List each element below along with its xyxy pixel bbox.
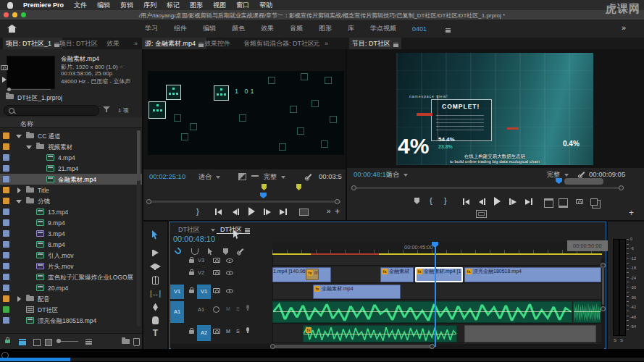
source-video-viewer[interactable]: 1 01: [148, 71, 344, 155]
expand-caret[interactable]: [16, 200, 22, 203]
label-chip[interactable]: [3, 317, 9, 324]
zoombar-left-handle[interactable]: [351, 185, 356, 190]
tree-item-3mp4[interactable]: 3.mp4: [0, 228, 142, 239]
drag-video-icon[interactable]: [238, 173, 246, 180]
solo-button[interactable]: S: [236, 329, 240, 334]
clip-finance-selected[interactable]: fx金融素材.mp4 [1: [415, 267, 463, 282]
expand-caret[interactable]: [26, 146, 32, 149]
label-chip[interactable]: [3, 274, 9, 280]
column-header-row[interactable]: 名称: [0, 117, 142, 128]
timeline-playhead[interactable]: [435, 242, 436, 347]
home-icon[interactable]: [7, 25, 17, 33]
track-v3-lane[interactable]: [272, 256, 602, 266]
filter-bin-icon[interactable]: [103, 106, 110, 112]
go-to-in-button[interactable]: [215, 209, 222, 215]
tree-item-20mp4[interactable]: 20.mp4: [0, 282, 142, 293]
zoom-slider-handle[interactable]: [57, 339, 61, 343]
razor-tool[interactable]: [149, 274, 162, 286]
left-tabs-overflow[interactable]: »: [131, 38, 141, 49]
tree-item-finance-clip-selected[interactable]: 金融素材.mp4: [0, 174, 142, 185]
drag-audio-icon[interactable]: [251, 175, 259, 177]
label-chip[interactable]: [3, 143, 9, 150]
tab-project-dt1[interactable]: 项目: DT社区_1: [3, 38, 62, 49]
hscroll-right-handle[interactable]: [430, 344, 435, 349]
icon-view-icon[interactable]: [33, 339, 41, 346]
poster-frame-camera-icon[interactable]: [1, 65, 8, 70]
mark-in-button[interactable]: {: [430, 196, 432, 205]
step-back-button[interactable]: [233, 209, 239, 215]
track-select-forward-tool[interactable]: [149, 247, 162, 258]
menu-sequence[interactable]: 序列: [143, 1, 156, 10]
lock-icon[interactable]: [189, 330, 194, 334]
source-playback-res-select[interactable]: 完整: [264, 172, 277, 182]
preview-scrub-slider[interactable]: [9, 89, 51, 90]
solo-right-button[interactable]: S: [620, 338, 623, 342]
source-patch-a1[interactable]: A1: [170, 301, 184, 323]
sort-icon[interactable]: [85, 339, 92, 340]
zoombar-right-handle[interactable]: [335, 199, 340, 204]
mute-button[interactable]: M: [226, 329, 230, 334]
tree-item-storyboard[interactable]: 分镜: [0, 195, 142, 206]
label-chip[interactable]: [3, 132, 9, 139]
lock-icon[interactable]: [189, 272, 194, 275]
panel-menu-icon[interactable]: [245, 228, 250, 230]
preview-scrub-handle[interactable]: [7, 88, 11, 91]
workspace-tab-active[interactable]: 0401: [412, 25, 427, 33]
safe-margins-icon[interactable]: [476, 210, 487, 218]
track-v3-label[interactable]: V3: [198, 257, 204, 264]
play-button[interactable]: [248, 207, 255, 216]
clip-preview-thumbnail[interactable]: [7, 56, 55, 89]
workspace-tab-assembly[interactable]: 组件: [174, 24, 187, 33]
preview-play-icon[interactable]: [2, 77, 7, 83]
source-current-timecode[interactable]: 00:02:25:10: [149, 172, 185, 180]
label-chip[interactable]: [3, 285, 9, 291]
zoom-slider[interactable]: [58, 341, 78, 342]
workspace-tab-video[interactable]: 学点视频: [370, 24, 396, 33]
tree-item-intro-mov[interactable]: 引入.mov: [0, 250, 142, 261]
new-item-icon[interactable]: [133, 338, 140, 346]
type-tool[interactable]: T: [149, 327, 162, 339]
go-to-out-button[interactable]: [280, 209, 287, 215]
track-output-eye-icon[interactable]: [226, 271, 233, 275]
app-menu[interactable]: Premiere Pro: [23, 1, 64, 9]
project-file-name[interactable]: DT社区_1.prproj: [17, 94, 62, 103]
tree-item-opening-mov[interactable]: 片头.mov: [0, 261, 142, 272]
workspace-overflow-chevron[interactable]: »: [622, 23, 626, 32]
source-patch-v1[interactable]: V1: [170, 285, 184, 299]
menu-file[interactable]: 文件: [74, 1, 87, 10]
label-chip[interactable]: [3, 219, 9, 226]
solo-left-button[interactable]: S: [614, 338, 616, 342]
tree-item-9mp4[interactable]: 9.mp4: [0, 217, 142, 228]
timeline-current-timecode[interactable]: 00:00:48:10: [173, 235, 215, 243]
timeline-settings-icon[interactable]: [208, 248, 214, 255]
tab-metadata[interactable]: 元: [310, 38, 322, 49]
tree-item-13mp4[interactable]: 13.mp4: [0, 206, 142, 217]
tab-project-dt[interactable]: 项目: DT社区: [57, 38, 101, 49]
tab-program-monitor[interactable]: 节目: DT社区: [349, 38, 401, 49]
clip-finance-v1[interactable]: fx金融素材.mp4: [313, 285, 401, 299]
program-playhead-handle[interactable]: [556, 178, 562, 184]
menu-view[interactable]: 视图: [213, 1, 226, 10]
label-chip[interactable]: [3, 165, 9, 172]
freeform-view-icon[interactable]: [45, 339, 52, 346]
track-a1-label[interactable]: A1: [198, 306, 204, 313]
audio-clip-gray[interactable]: [464, 325, 596, 342]
sync-lock-icon[interactable]: [213, 288, 220, 293]
source-zoom-level-select[interactable]: 适合: [198, 172, 212, 182]
source-playhead-handle[interactable]: [260, 193, 267, 198]
tab-effects[interactable]: 效果: [104, 38, 122, 49]
menu-graphics[interactable]: 图形: [190, 1, 203, 10]
timeline-horizontal-scrollbar[interactable]: [171, 344, 604, 349]
lift-button[interactable]: [544, 198, 553, 208]
settings-wrench-icon[interactable]: [306, 174, 312, 180]
tree-item-finance-180518[interactable]: 漂亮金融180518.mp4: [0, 315, 142, 326]
hscroll-left-handle[interactable]: [270, 344, 275, 349]
tree-item-cc-channel[interactable]: CC 通道: [0, 130, 142, 141]
tree-item-21mp4[interactable]: 21.mp4: [0, 163, 142, 174]
vscroll-bottom-handle[interactable]: [601, 306, 606, 311]
label-chip[interactable]: [3, 252, 9, 258]
step-back-button[interactable]: [479, 198, 485, 205]
audio-clip-a1b[interactable]: [573, 301, 601, 323]
workspace-tab-color[interactable]: 颜色: [232, 24, 245, 33]
zoombar-left-handle[interactable]: [146, 199, 151, 204]
